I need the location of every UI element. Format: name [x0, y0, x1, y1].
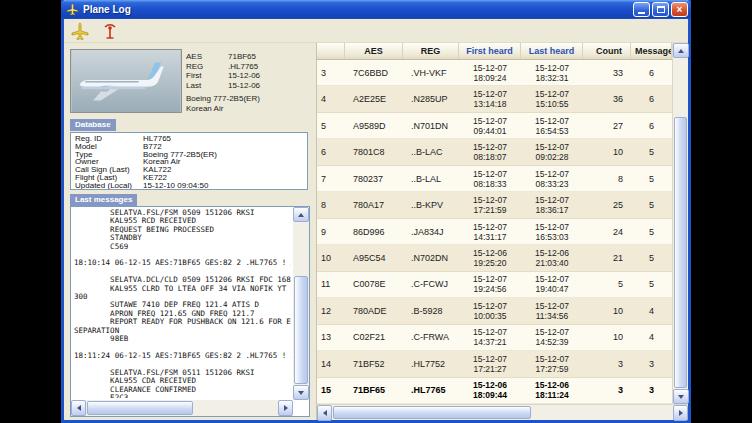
- first-heard-time: 08:18:33: [473, 179, 506, 189]
- cell-last-heard: 15-12-07 18:36:17: [521, 195, 583, 215]
- cell-last-heard: 15-12-07 17:27:59: [521, 354, 583, 374]
- scroll-down-button[interactable]: [673, 389, 689, 404]
- cell-message-count: 5: [631, 147, 672, 157]
- row-number: 14: [317, 359, 345, 369]
- row-number: 15: [317, 385, 345, 395]
- cell-count: 8: [583, 174, 631, 184]
- cell-first-heard: 15-12-06 18:09:44: [459, 380, 521, 400]
- last-heard-time: 17:27:59: [535, 364, 568, 374]
- scrollbar-track[interactable]: [86, 400, 278, 416]
- scrollbar-track[interactable]: [332, 405, 673, 420]
- red-antenna-icon: [101, 22, 119, 40]
- table-row[interactable]: 11 C0078E .C-FCWJ 15-12-07 19:24:56 15-1…: [317, 272, 672, 298]
- aircraft-details-pane: AES 71BF65 REG .HL7765 First 15-12-06 La…: [64, 43, 314, 420]
- cell-last-heard: 15-12-07 18:32:31: [521, 63, 583, 83]
- table-vertical-scrollbar[interactable]: [672, 43, 688, 404]
- table-row[interactable]: 8 780A17 ..B-KPV 15-12-07 17:21:59 15-12…: [317, 192, 672, 218]
- cell-aes: A2E25E: [345, 94, 403, 104]
- first-heard-date: 15-12-07: [473, 274, 507, 284]
- column-header-last-heard[interactable]: Last heard: [521, 43, 583, 59]
- scrollbar-thumb[interactable]: [333, 406, 531, 419]
- aircraft-log-button[interactable]: [69, 20, 91, 42]
- scrollbar-thumb[interactable]: [87, 401, 193, 415]
- last-heard-date: 15-12-07: [535, 195, 569, 205]
- table-row[interactable]: 5 A9589D .N701DN 15-12-07 09:44:01 15-12…: [317, 113, 672, 139]
- row-number: 13: [317, 332, 345, 342]
- table-row[interactable]: 10 A95C54 .N702DN 15-12-06 19:25:20 15-1…: [317, 245, 672, 271]
- scroll-up-button[interactable]: [673, 43, 689, 58]
- row-number: 3: [317, 68, 345, 78]
- maximize-button[interactable]: [652, 2, 669, 17]
- titlebar[interactable]: Plane Log ×: [61, 0, 691, 19]
- table-row[interactable]: 12 780ADE .B-5928 15-12-07 10:00:35 15-1…: [317, 298, 672, 324]
- first-heard-time: 17:21:27: [473, 364, 506, 374]
- last-heard-date: 15-12-07: [535, 222, 569, 232]
- first-heard-time: 14:31:17: [473, 232, 506, 242]
- cell-count: 36: [583, 94, 631, 104]
- first-heard-time: 13:14:18: [473, 99, 506, 109]
- table-horizontal-scrollbar[interactable]: [317, 404, 688, 420]
- cell-first-heard: 15-12-07 09:44:01: [459, 116, 521, 136]
- table-row[interactable]: 6 7801C8 ..B-LAC 15-12-07 08:18:07 15-12…: [317, 139, 672, 165]
- cell-last-heard: 15-12-07 15:10:55: [521, 89, 583, 109]
- row-number: 10: [317, 253, 345, 263]
- minimize-button[interactable]: [633, 2, 650, 17]
- row-number: 12: [317, 306, 345, 316]
- column-header-aes[interactable]: AES: [345, 43, 403, 59]
- field-value: 15-12-10 09:04:50: [143, 182, 208, 190]
- desktop-background: Plane Log ×: [0, 0, 752, 423]
- left-arrow-icon: [323, 410, 327, 416]
- table-row[interactable]: 4 A2E25E .N285UP 15-12-07 13:14:18 15-12…: [317, 86, 672, 112]
- column-header-first-heard[interactable]: First heard: [459, 43, 521, 59]
- column-header-reg[interactable]: REG: [403, 43, 459, 59]
- last-heard-date: 15-12-07: [535, 63, 569, 73]
- scrollbar-track[interactable]: [293, 222, 309, 385]
- last-heard-date: 15-12-07: [535, 274, 569, 284]
- first-heard-time: 09:44:01: [473, 126, 506, 136]
- table-row[interactable]: 15 71BF65 .HL7765 15-12-06 18:09:44 15-1…: [317, 378, 672, 404]
- last-heard-date: 15-12-07: [535, 301, 569, 311]
- table-row[interactable]: 7 780237 ..B-LAL 15-12-07 08:18:33 15-12…: [317, 166, 672, 192]
- table-row[interactable]: 9 86D996 .JA834J 15-12-07 14:31:17 15-12…: [317, 219, 672, 245]
- messages-horizontal-scrollbar[interactable]: [71, 400, 293, 416]
- summary-label: AES: [186, 52, 228, 62]
- cell-reg: .HL7765: [403, 385, 459, 395]
- column-header-rownum[interactable]: [317, 43, 345, 59]
- cell-count: 10: [583, 147, 631, 157]
- aircraft-type: Boeing 777-2B5(ER): [186, 94, 312, 104]
- cell-reg: .VH-VKF: [403, 68, 459, 78]
- scroll-right-button[interactable]: [278, 400, 293, 416]
- column-header-message-count[interactable]: Message cou: [631, 43, 672, 59]
- last-heard-time: 08:33:23: [535, 179, 568, 189]
- database-panel: Reg. ID HL7765 Model B772 Type Boeing 77…: [70, 132, 308, 190]
- messages-vertical-scrollbar[interactable]: [293, 207, 309, 400]
- right-arrow-icon: [679, 410, 683, 416]
- scrollbar-thumb[interactable]: [674, 117, 687, 388]
- close-button[interactable]: ×: [671, 2, 688, 17]
- messages-panel[interactable]: SELATVA.FSL/FSM 0509 151206 RKSI KAL955 …: [70, 206, 310, 417]
- cell-message-count: 4: [631, 306, 672, 316]
- scroll-right-button[interactable]: [673, 405, 688, 421]
- scroll-left-button[interactable]: [71, 400, 86, 416]
- cell-aes: 71BF52: [345, 359, 403, 369]
- last-heard-date: 15-12-07: [535, 116, 569, 126]
- scrollbar-corner: [293, 400, 309, 416]
- receive-data-button[interactable]: [99, 20, 121, 42]
- summary-value: 71BF65: [228, 52, 256, 62]
- scroll-up-button[interactable]: [293, 207, 309, 222]
- table-row[interactable]: 14 71BF52 .HL7752 15-12-07 17:21:27 15-1…: [317, 351, 672, 377]
- scroll-left-button[interactable]: [317, 405, 332, 421]
- down-arrow-icon: [298, 391, 304, 395]
- last-heard-date: 15-12-07: [535, 89, 569, 99]
- cell-count: 27: [583, 121, 631, 131]
- cell-message-count: 5: [631, 227, 672, 237]
- table-row[interactable]: 13 C02F21 .C-FRWA 15-12-07 14:37:21 15-1…: [317, 325, 672, 351]
- first-heard-date: 15-12-07: [473, 195, 507, 205]
- scrollbar-track[interactable]: [673, 58, 688, 389]
- scrollbar-thumb[interactable]: [294, 276, 308, 384]
- summary-row: AES 71BF65: [186, 52, 312, 62]
- maximize-icon: [657, 6, 665, 13]
- table-row[interactable]: 3 7C6BBD .VH-VKF 15-12-07 18:09:24 15-12…: [317, 60, 672, 86]
- scroll-down-button[interactable]: [293, 385, 309, 400]
- column-header-count[interactable]: Count: [583, 43, 631, 59]
